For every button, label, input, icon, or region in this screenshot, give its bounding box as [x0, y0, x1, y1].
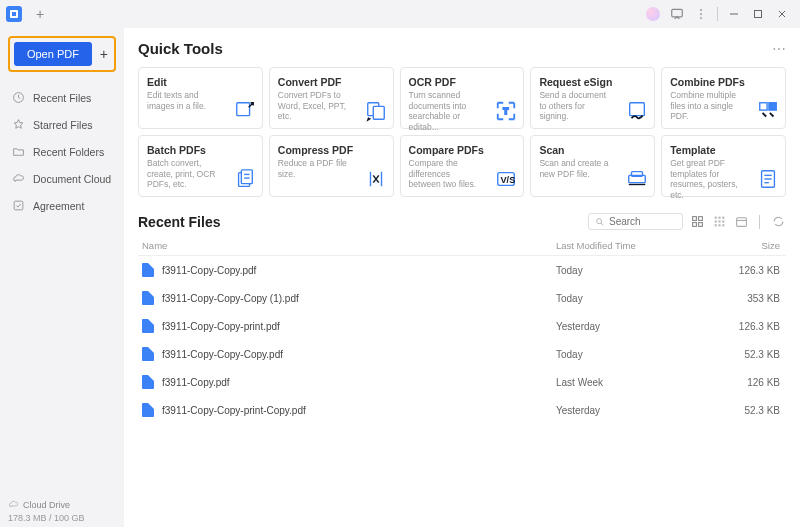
tool-card-batch-pdfs[interactable]: Batch PDFsBatch convert, create, print, … [138, 135, 263, 197]
svg-line-33 [601, 223, 603, 225]
sidebar-item-starred-files[interactable]: Starred Files [8, 113, 116, 136]
titlebar: + [0, 0, 800, 28]
sidebar-item-recent-folders[interactable]: Recent Folders [8, 140, 116, 163]
close-button[interactable] [770, 2, 794, 26]
file-row[interactable]: f3911-Copy-Copy-print.pdfYesterday126.3 … [138, 312, 786, 340]
file-size: 126.3 KB [726, 265, 786, 276]
refresh-icon[interactable] [770, 214, 786, 230]
file-row[interactable]: f3911-Copy-Copy.pdfToday126.3 KB [138, 256, 786, 284]
quick-tools-header: Quick Tools ⋯ [138, 40, 786, 57]
file-name: f3911-Copy-Copy-print-Copy.pdf [162, 405, 306, 416]
svg-rect-36 [692, 223, 696, 227]
tool-card-template[interactable]: TemplateGet great PDF templates for resu… [661, 135, 786, 197]
svg-text:T: T [504, 107, 509, 116]
tool-card-edit[interactable]: EditEdit texts and images in a file. [138, 67, 263, 129]
tool-icon [757, 168, 779, 190]
quick-tools-more-icon[interactable]: ⋯ [772, 41, 786, 57]
pdf-icon [142, 291, 154, 305]
tool-card-ocr-pdf[interactable]: OCR PDFTurn scanned documents into searc… [400, 67, 525, 129]
open-plus-button[interactable]: + [98, 46, 110, 62]
view-grid-small-icon[interactable] [711, 214, 727, 230]
tool-title: Scan [539, 144, 646, 156]
search-input[interactable] [609, 216, 669, 227]
sidebar-item-recent-files[interactable]: Recent Files [8, 86, 116, 109]
tool-title: Compare PDFs [409, 144, 516, 156]
open-pdf-button[interactable]: Open PDF [14, 42, 92, 66]
tool-title: Template [670, 144, 777, 156]
calendar-icon[interactable] [733, 214, 749, 230]
open-pdf-highlight: Open PDF + [8, 36, 116, 72]
tool-icon [234, 168, 256, 190]
tool-icon [365, 100, 387, 122]
svg-point-3 [700, 9, 702, 11]
svg-rect-12 [237, 103, 250, 116]
cloud-icon [12, 172, 25, 185]
sidebar-item-agreement[interactable]: Agreement [8, 194, 116, 217]
svg-rect-2 [672, 9, 683, 17]
tool-card-scan[interactable]: ScanScan and create a new PDF file. [530, 135, 655, 197]
cloud-drive-label: Cloud Drive [23, 500, 70, 510]
svg-rect-43 [722, 220, 724, 222]
svg-rect-38 [714, 217, 716, 219]
theme-icon[interactable] [641, 2, 665, 26]
feedback-icon[interactable] [665, 2, 689, 26]
col-modified: Last Modified Time [556, 240, 726, 251]
view-grid-large-icon[interactable] [689, 214, 705, 230]
tool-card-compress-pdf[interactable]: Compress PDFReduce a PDF file size. [269, 135, 394, 197]
file-size: 126 KB [726, 377, 786, 388]
storage-text: 178.3 MB / 100 GB [8, 513, 116, 523]
tool-desc: Convert PDFs to Word, Excel, PPT, etc. [278, 90, 348, 122]
svg-text:V/S: V/S [501, 175, 516, 185]
folder-icon [12, 145, 25, 158]
tool-icon: V/S [495, 168, 517, 190]
svg-rect-47 [736, 218, 746, 227]
file-size: 52.3 KB [726, 405, 786, 416]
file-name: f3911-Copy.pdf [162, 377, 230, 388]
cloud-icon [8, 499, 19, 510]
svg-rect-46 [722, 224, 724, 226]
svg-rect-40 [722, 217, 724, 219]
tool-desc: Reduce a PDF file size. [278, 158, 348, 179]
pdf-icon [142, 375, 154, 389]
tool-icon [757, 100, 779, 122]
tool-desc: Send a document to others for signing. [539, 90, 609, 122]
maximize-button[interactable] [746, 2, 770, 26]
file-row[interactable]: f3911-Copy-Copy-Copy (1).pdfToday353 KB [138, 284, 786, 312]
sidebar-footer: Cloud Drive 178.3 MB / 100 GB [8, 496, 116, 523]
tool-card-request-esign[interactable]: Request eSignSend a document to others f… [530, 67, 655, 129]
tool-title: Combine PDFs [670, 76, 777, 88]
svg-rect-37 [698, 223, 702, 227]
tool-icon [626, 100, 648, 122]
minimize-button[interactable] [722, 2, 746, 26]
svg-rect-26 [632, 172, 643, 177]
nav: Recent Files Starred Files Recent Folder… [8, 86, 116, 217]
cloud-drive-link[interactable]: Cloud Drive [8, 496, 116, 513]
tool-icon [626, 168, 648, 190]
kebab-menu-icon[interactable] [689, 2, 713, 26]
recent-header: Recent Files [138, 213, 786, 230]
table-header: Name Last Modified Time Size [138, 236, 786, 256]
tool-title: Edit [147, 76, 254, 88]
svg-rect-34 [692, 217, 696, 221]
file-row[interactable]: f3911-Copy-Copy-print-Copy.pdfYesterday5… [138, 396, 786, 424]
svg-rect-41 [714, 220, 716, 222]
file-row[interactable]: f3911-Copy-Copy-Copy.pdfToday52.3 KB [138, 340, 786, 368]
tool-desc: Combine multiple files into a single PDF… [670, 90, 740, 122]
check-icon [12, 199, 25, 212]
tool-desc: Get great PDF templates for resumes, pos… [670, 158, 740, 201]
tool-card-compare-pdfs[interactable]: Compare PDFsCompare the differences betw… [400, 135, 525, 197]
tool-grid: EditEdit texts and images in a file.Conv… [138, 67, 786, 197]
sidebar-item-document-cloud[interactable]: Document Cloud [8, 167, 116, 190]
file-modified: Yesterday [556, 321, 726, 332]
new-tab-button[interactable]: + [36, 6, 44, 22]
file-row[interactable]: f3911-Copy.pdfLast Week126 KB [138, 368, 786, 396]
svg-rect-18 [769, 103, 776, 110]
svg-rect-16 [630, 103, 645, 116]
svg-rect-7 [755, 11, 762, 18]
tool-card-combine-pdfs[interactable]: Combine PDFsCombine multiple files into … [661, 67, 786, 129]
search-box[interactable] [588, 213, 683, 230]
pdf-icon [142, 263, 154, 277]
tool-card-convert-pdf[interactable]: Convert PDFConvert PDFs to Word, Excel, … [269, 67, 394, 129]
svg-rect-11 [14, 201, 23, 210]
main-panel: Quick Tools ⋯ EditEdit texts and images … [124, 28, 800, 527]
